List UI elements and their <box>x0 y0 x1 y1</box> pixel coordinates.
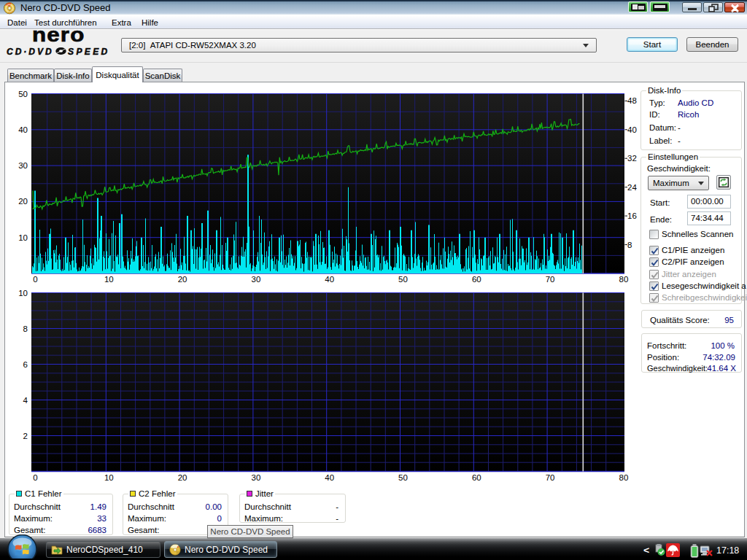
svg-text:40: 40 <box>18 125 28 134</box>
svg-text:80: 80 <box>619 275 629 284</box>
svg-text:40: 40 <box>325 275 334 284</box>
svg-text:30: 30 <box>252 275 261 284</box>
svg-text:32: 32 <box>627 154 637 163</box>
svg-text:0: 0 <box>33 275 37 284</box>
svg-text:60: 60 <box>472 473 481 482</box>
svg-text:0: 0 <box>33 473 37 482</box>
svg-text:20: 20 <box>18 197 28 206</box>
svg-text:50: 50 <box>398 275 408 284</box>
svg-text:20: 20 <box>178 275 187 284</box>
svg-text:70: 70 <box>546 275 555 284</box>
svg-text:70: 70 <box>546 473 555 482</box>
svg-text:48: 48 <box>627 96 637 105</box>
svg-text:50: 50 <box>398 473 408 482</box>
svg-text:30: 30 <box>252 473 261 482</box>
svg-text:2: 2 <box>23 432 28 440</box>
svg-text:80: 80 <box>619 473 629 482</box>
svg-text:10: 10 <box>104 275 114 284</box>
svg-text:10: 10 <box>104 473 114 482</box>
svg-text:40: 40 <box>325 473 334 482</box>
svg-text:60: 60 <box>472 275 481 284</box>
svg-text:4: 4 <box>23 396 28 405</box>
svg-text:16: 16 <box>627 211 637 220</box>
svg-text:10: 10 <box>18 289 28 298</box>
svg-text:6: 6 <box>23 360 28 369</box>
svg-text:20: 20 <box>178 473 187 482</box>
svg-text:40: 40 <box>627 125 637 134</box>
svg-text:10: 10 <box>18 233 28 242</box>
svg-text:8: 8 <box>627 241 632 249</box>
svg-text:30: 30 <box>18 161 28 170</box>
svg-text:8: 8 <box>23 324 28 333</box>
svg-text:24: 24 <box>627 183 637 192</box>
svg-text:50: 50 <box>18 90 28 98</box>
